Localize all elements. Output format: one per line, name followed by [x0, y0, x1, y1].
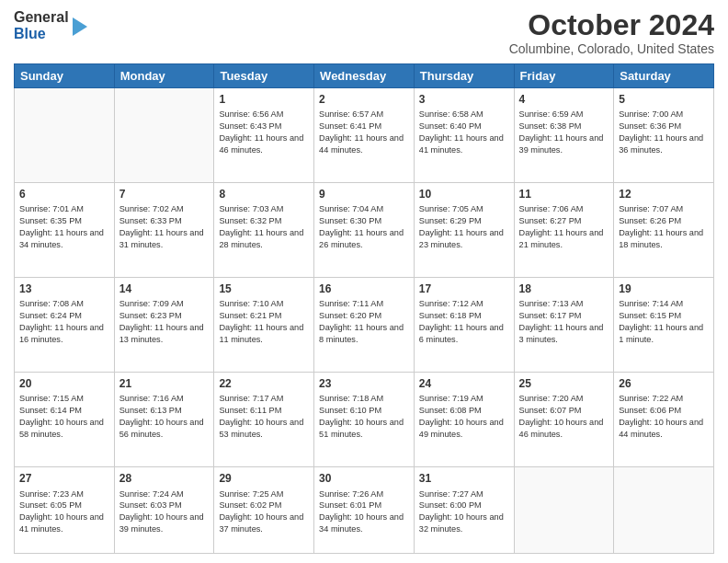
day-info: Sunrise: 7:19 AMSunset: 6:08 PMDaylight:…: [419, 393, 509, 441]
day-info: Sunrise: 7:02 AMSunset: 6:33 PMDaylight:…: [119, 203, 210, 251]
day-number: 2: [319, 92, 409, 107]
day-number: 28: [119, 471, 210, 486]
calendar-cell: 23Sunrise: 7:18 AMSunset: 6:10 PMDayligh…: [314, 373, 415, 467]
day-number: 15: [219, 282, 309, 296]
location: Columbine, Colorado, United States: [509, 41, 714, 56]
calendar-cell: 21Sunrise: 7:16 AMSunset: 6:13 PMDayligh…: [114, 373, 214, 467]
month-title: October 2024: [509, 9, 714, 41]
day-number: 9: [319, 187, 409, 201]
day-number: 11: [519, 187, 609, 201]
day-number: 16: [319, 282, 409, 296]
day-info: Sunrise: 7:20 AMSunset: 6:07 PMDaylight:…: [519, 393, 609, 441]
calendar-cell: 1Sunrise: 6:56 AMSunset: 6:43 PMDaylight…: [214, 88, 314, 183]
calendar-cell: 27Sunrise: 7:23 AMSunset: 6:05 PMDayligh…: [15, 467, 115, 554]
day-info: Sunrise: 6:59 AMSunset: 6:38 PMDaylight:…: [519, 109, 609, 156]
week-row-4: 20Sunrise: 7:15 AMSunset: 6:14 PMDayligh…: [15, 373, 714, 467]
logo-general: General: [14, 9, 69, 25]
calendar-cell: 12Sunrise: 7:07 AMSunset: 6:26 PMDayligh…: [614, 183, 714, 278]
day-info: Sunrise: 6:58 AMSunset: 6:40 PMDaylight:…: [419, 109, 509, 156]
calendar-cell: 5Sunrise: 7:00 AMSunset: 6:36 PMDaylight…: [614, 88, 714, 183]
day-info: Sunrise: 7:26 AMSunset: 6:01 PMDaylight:…: [319, 488, 409, 536]
calendar-cell: 30Sunrise: 7:26 AMSunset: 6:01 PMDayligh…: [314, 467, 415, 554]
weekday-header-monday: Monday: [114, 64, 214, 88]
calendar-cell: 18Sunrise: 7:13 AMSunset: 6:17 PMDayligh…: [514, 278, 614, 373]
day-info: Sunrise: 7:08 AMSunset: 6:24 PMDaylight:…: [19, 298, 109, 346]
day-info: Sunrise: 7:05 AMSunset: 6:29 PMDaylight:…: [419, 203, 509, 251]
day-info: Sunrise: 7:25 AMSunset: 6:02 PMDaylight:…: [219, 488, 309, 536]
day-number: 30: [319, 471, 409, 486]
day-number: 22: [219, 376, 309, 391]
calendar-cell: 15Sunrise: 7:10 AMSunset: 6:21 PMDayligh…: [214, 278, 314, 373]
weekday-header-row: SundayMondayTuesdayWednesdayThursdayFrid…: [15, 64, 714, 88]
calendar-cell: [15, 88, 115, 183]
day-info: Sunrise: 7:22 AMSunset: 6:06 PMDaylight:…: [619, 393, 709, 441]
day-number: 12: [619, 187, 709, 201]
day-info: Sunrise: 7:00 AMSunset: 6:36 PMDaylight:…: [619, 109, 709, 156]
weekday-header-thursday: Thursday: [414, 64, 514, 88]
title-section: October 2024 Columbine, Colorado, United…: [509, 9, 714, 56]
day-number: 17: [419, 282, 509, 296]
day-number: 6: [19, 187, 109, 201]
day-info: Sunrise: 7:18 AMSunset: 6:10 PMDaylight:…: [319, 393, 409, 441]
calendar-cell: 3Sunrise: 6:58 AMSunset: 6:40 PMDaylight…: [414, 88, 514, 183]
day-info: Sunrise: 7:23 AMSunset: 6:05 PMDaylight:…: [19, 488, 109, 536]
day-number: 7: [119, 187, 210, 201]
day-info: Sunrise: 7:04 AMSunset: 6:30 PMDaylight:…: [319, 203, 409, 251]
calendar-cell: 16Sunrise: 7:11 AMSunset: 6:20 PMDayligh…: [314, 278, 415, 373]
logo-blue: Blue: [14, 26, 46, 41]
day-number: 26: [619, 376, 709, 391]
day-number: 24: [419, 376, 509, 391]
calendar-cell: 22Sunrise: 7:17 AMSunset: 6:11 PMDayligh…: [214, 373, 314, 467]
day-number: 25: [519, 376, 609, 391]
day-number: 20: [19, 376, 109, 391]
day-info: Sunrise: 7:14 AMSunset: 6:15 PMDaylight:…: [619, 298, 709, 346]
day-number: 21: [119, 376, 210, 391]
calendar-cell: 17Sunrise: 7:12 AMSunset: 6:18 PMDayligh…: [414, 278, 514, 373]
calendar-cell: [514, 467, 614, 554]
calendar-cell: 6Sunrise: 7:01 AMSunset: 6:35 PMDaylight…: [15, 183, 115, 278]
day-info: Sunrise: 7:16 AMSunset: 6:13 PMDaylight:…: [119, 393, 210, 441]
week-row-2: 6Sunrise: 7:01 AMSunset: 6:35 PMDaylight…: [15, 183, 714, 278]
day-info: Sunrise: 7:17 AMSunset: 6:11 PMDaylight:…: [219, 393, 309, 441]
day-info: Sunrise: 6:57 AMSunset: 6:41 PMDaylight:…: [319, 109, 409, 156]
day-info: Sunrise: 7:07 AMSunset: 6:26 PMDaylight:…: [619, 203, 709, 251]
day-info: Sunrise: 7:13 AMSunset: 6:17 PMDaylight:…: [519, 298, 609, 346]
day-number: 4: [519, 92, 609, 107]
calendar-cell: 20Sunrise: 7:15 AMSunset: 6:14 PMDayligh…: [15, 373, 115, 467]
weekday-header-sunday: Sunday: [15, 64, 115, 88]
calendar-cell: 14Sunrise: 7:09 AMSunset: 6:23 PMDayligh…: [114, 278, 214, 373]
calendar-cell: [614, 467, 714, 554]
day-number: 27: [19, 471, 109, 486]
calendar-cell: 2Sunrise: 6:57 AMSunset: 6:41 PMDaylight…: [314, 88, 415, 183]
day-number: 23: [319, 376, 409, 391]
day-number: 8: [219, 187, 309, 201]
calendar-cell: 28Sunrise: 7:24 AMSunset: 6:03 PMDayligh…: [114, 467, 214, 554]
calendar-cell: 29Sunrise: 7:25 AMSunset: 6:02 PMDayligh…: [214, 467, 314, 554]
day-info: Sunrise: 7:10 AMSunset: 6:21 PMDaylight:…: [219, 298, 309, 346]
day-number: 3: [419, 92, 509, 107]
day-info: Sunrise: 7:06 AMSunset: 6:27 PMDaylight:…: [519, 203, 609, 251]
calendar-cell: 9Sunrise: 7:04 AMSunset: 6:30 PMDaylight…: [314, 183, 415, 278]
day-info: Sunrise: 7:12 AMSunset: 6:18 PMDaylight:…: [419, 298, 509, 346]
day-number: 18: [519, 282, 609, 296]
day-info: Sunrise: 7:01 AMSunset: 6:35 PMDaylight:…: [19, 203, 109, 251]
day-info: Sunrise: 7:09 AMSunset: 6:23 PMDaylight:…: [119, 298, 210, 346]
day-number: 10: [419, 187, 509, 201]
day-number: 29: [219, 471, 309, 486]
calendar-cell: 7Sunrise: 7:02 AMSunset: 6:33 PMDaylight…: [114, 183, 214, 278]
calendar-cell: 31Sunrise: 7:27 AMSunset: 6:00 PMDayligh…: [414, 467, 514, 554]
logo-arrow-icon: [73, 17, 87, 36]
day-number: 1: [219, 92, 309, 107]
calendar-cell: 11Sunrise: 7:06 AMSunset: 6:27 PMDayligh…: [514, 183, 614, 278]
calendar-cell: [114, 88, 214, 183]
weekday-header-friday: Friday: [514, 64, 614, 88]
week-row-5: 27Sunrise: 7:23 AMSunset: 6:05 PMDayligh…: [15, 467, 714, 554]
week-row-1: 1Sunrise: 6:56 AMSunset: 6:43 PMDaylight…: [15, 88, 714, 183]
calendar-cell: 13Sunrise: 7:08 AMSunset: 6:24 PMDayligh…: [15, 278, 115, 373]
week-row-3: 13Sunrise: 7:08 AMSunset: 6:24 PMDayligh…: [15, 278, 714, 373]
calendar-cell: 26Sunrise: 7:22 AMSunset: 6:06 PMDayligh…: [614, 373, 714, 467]
calendar: SundayMondayTuesdayWednesdayThursdayFrid…: [14, 63, 714, 554]
day-info: Sunrise: 7:27 AMSunset: 6:00 PMDaylight:…: [419, 488, 509, 536]
day-number: 13: [19, 282, 109, 296]
calendar-cell: 19Sunrise: 7:14 AMSunset: 6:15 PMDayligh…: [614, 278, 714, 373]
